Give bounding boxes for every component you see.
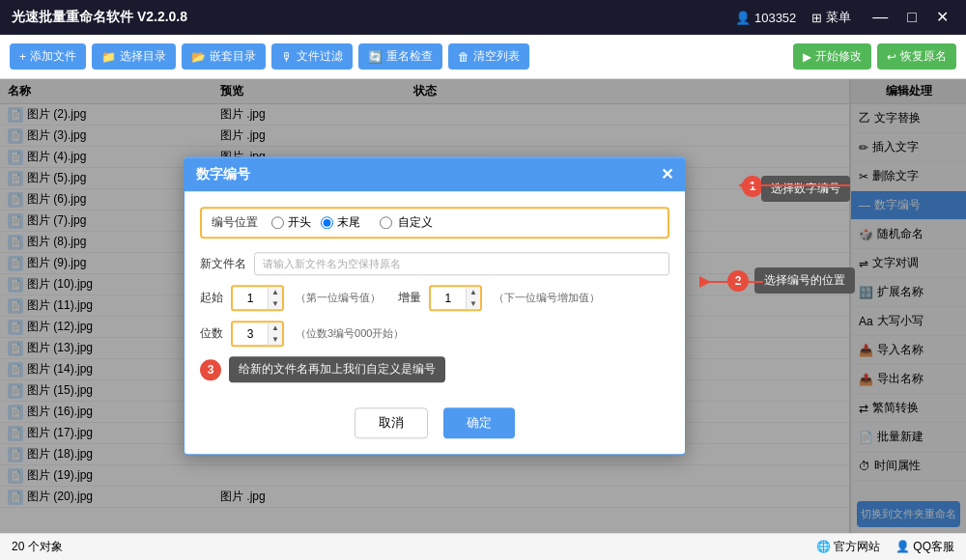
increment-hint: （下一位编号增加值） [494,291,600,305]
start-input[interactable] [233,289,268,308]
dialog-number-code: 数字编号 ✕ 编号位置 开头 末尾 自定义 [184,156,686,455]
radio-start-input[interactable] [271,216,284,229]
trash-icon: 🗑 [458,50,469,64]
user-id: 👤 103352 [735,11,796,25]
annotation-3-area: 3 给新的文件名再加上我们自定义是编号 [200,357,669,383]
close-button[interactable]: ✕ [930,10,954,25]
minimize-button[interactable]: — [867,10,894,25]
increment-down-arrow[interactable]: ▼ [467,298,480,310]
radio-end-input[interactable] [321,216,333,229]
increment-up-arrow[interactable]: ▲ [467,287,480,298]
dialog-title: 数字编号 [196,166,250,183]
app-title: 光速批量重命名软件 V2.2.0.8 [12,9,187,26]
digits-arrows: ▲ ▼ [268,323,282,346]
nested-dir-button[interactable]: 📂 嵌套目录 [182,43,266,70]
custom-label: 自定义 [398,214,433,231]
digits-hint: （位数3编号000开始） [296,327,404,342]
digits-label: 位数 [200,326,223,343]
annotation-label-3: 给新的文件名再加上我们自定义是编号 [229,357,445,383]
qq-link[interactable]: 👤 QQ客服 [895,539,954,555]
new-filename-input[interactable] [254,252,669,275]
annotation-2-area: 2 选择编号的位置 [727,267,855,294]
toolbar: + 添加文件 📁 选择目录 📂 嵌套目录 🎙 文件过滤 🔄 重名检查 🗑 清空列… [0,35,966,79]
right-toolbar: ▶ 开始修改 ↩ 恢复原名 [793,43,956,70]
user-icon: 👤 [735,11,751,25]
clear-list-button[interactable]: 🗑 清空列表 [448,43,529,70]
radio-start[interactable]: 开头 [271,214,311,231]
add-file-button[interactable]: + 添加文件 [10,43,86,70]
digits-up-arrow[interactable]: ▲ [269,323,282,335]
dialog-close-button[interactable]: ✕ [661,165,673,183]
nested-folder-icon: 📂 [191,50,206,64]
cancel-button[interactable]: 取消 [355,408,428,439]
dialog-body: 编号位置 开头 末尾 自定义 新文件名 [185,191,685,398]
title-bar-right: 👤 103352 ⊞ 菜单 — □ ✕ [735,9,954,26]
new-filename-row: 新文件名 [200,252,669,275]
file-filter-button[interactable]: 🎙 文件过滤 [271,43,353,70]
digits-input-group: ▲ ▼ [231,322,284,348]
increment-input[interactable] [431,289,466,308]
status-bar: 20 个对象 🌐 官方网站 👤 QQ客服 [0,533,966,560]
dialog-title-bar: 数字编号 ✕ [185,157,685,191]
dialog-footer: 取消 确定 [185,399,685,455]
increment-arrows: ▲ ▼ [466,287,480,309]
start-arrows: ▲ ▼ [268,287,282,309]
radio-custom-input[interactable] [380,216,392,229]
increment-input-group: ▲ ▼ [429,285,482,311]
title-bar: 光速批量重命名软件 V2.2.0.8 👤 103352 ⊞ 菜单 — □ ✕ [0,0,966,35]
status-right: 🌐 官方网站 👤 QQ客服 [816,539,954,555]
folder-icon: 📁 [101,50,116,64]
start-modify-button[interactable]: ▶ 开始修改 [793,43,871,70]
restore-icon: ↩ [887,50,896,64]
digits-down-arrow[interactable]: ▼ [269,334,282,346]
annotation-bubble-3: 3 [200,359,221,380]
annotation-bubble-1: 1 [742,176,763,197]
new-file-label: 新文件名 [200,256,246,272]
window-controls: — □ ✕ [867,10,954,25]
menu-label[interactable]: ⊞ 菜单 [811,9,851,26]
position-label: 编号位置 [212,214,258,231]
digits-input[interactable] [233,324,268,344]
select-dir-button[interactable]: 📁 选择目录 [92,43,176,70]
grid-icon: ⊞ [811,11,822,25]
increment-label: 增量 [398,290,421,306]
start-up-arrow[interactable]: ▲ [269,287,282,298]
start-increment-row: 起始 ▲ ▼ （第一位编号值） 增量 ▲ ▼ （下一 [200,285,669,311]
start-down-arrow[interactable]: ▼ [269,298,282,310]
main-container: 名称 预览 状态 📄 图片 (2).jpg 图片 .jpg 📄 图片 (3).j… [0,79,966,533]
maximize-button[interactable]: □ [901,10,923,25]
start-hint: （第一位编号值） [296,291,381,305]
start-input-group: ▲ ▼ [231,285,284,311]
annotation-label-2: 选择编号的位置 [754,267,855,294]
radio-end[interactable]: 末尾 [321,214,360,231]
custom-option: 自定义 [380,214,433,231]
website-link[interactable]: 🌐 官方网站 [816,539,880,555]
restore-name-button[interactable]: ↩ 恢复原名 [877,43,956,70]
annotation-label-1: 选择数字编号 [761,176,850,202]
play-icon: ▶ [803,50,811,64]
mic-icon: 🎙 [281,50,293,64]
position-radio-group: 编号位置 开头 末尾 自定义 [200,207,669,238]
rename-check-button[interactable]: 🔄 重名检查 [358,43,442,70]
annotation-bubble-2: 2 [727,270,749,292]
object-count: 20 个对象 [12,539,63,555]
check-icon: 🔄 [368,50,383,64]
confirm-button[interactable]: 确定 [443,408,515,439]
digits-row: 位数 ▲ ▼ （位数3编号000开始） [200,322,669,348]
start-label: 起始 [200,290,223,306]
plus-icon: + [19,50,26,64]
